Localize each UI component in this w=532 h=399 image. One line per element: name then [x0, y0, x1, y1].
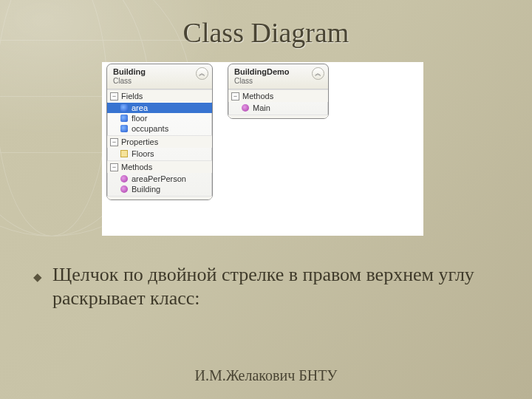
method-icon [120, 185, 128, 193]
section-label: Fields [121, 92, 143, 100]
field-item-area[interactable]: area [107, 103, 212, 113]
classbox-header[interactable]: BuildingDemo Class ︽ [228, 64, 328, 89]
property-icon [120, 150, 128, 157]
classbox-header[interactable]: Building Class ︽ [107, 64, 212, 89]
section-header[interactable]: − Fields [107, 90, 212, 102]
field-item-occupants[interactable]: occupants [107, 123, 212, 134]
field-label: area [132, 103, 148, 112]
slide-title: Class Diagram [0, 0, 532, 49]
section-header[interactable]: − Methods [107, 161, 212, 173]
method-item-main[interactable]: Main [228, 103, 328, 113]
class-kind: Class [113, 77, 208, 85]
field-label: occupants [132, 124, 168, 133]
class-name: BuildingDemo [234, 67, 324, 76]
class-diagram-canvas: Building Class ︽ − Fields area floor [102, 62, 423, 236]
classbox-building[interactable]: Building Class ︽ − Fields area floor [106, 64, 213, 200]
section-fields: − Fields area floor occupants [107, 89, 212, 135]
method-icon [242, 104, 249, 112]
class-name: Building [113, 67, 208, 76]
section-methods: − Methods areaPerPerson Building [107, 160, 212, 196]
bullet-text: Щелчок по двойной стрелке в правом верхн… [52, 263, 488, 310]
field-icon [120, 125, 128, 132]
section-header[interactable]: − Methods [228, 90, 328, 102]
minus-toggle-icon[interactable]: − [110, 92, 118, 100]
section-properties: − Properties Floors [107, 135, 212, 160]
slide-footer: И.М.Желакович БНТУ [0, 367, 532, 384]
section-label: Methods [242, 92, 273, 100]
method-label: Building [132, 185, 160, 194]
bullet-icon: ◆ [33, 263, 42, 310]
bullet-list: ◆ Щелчок по двойной стрелке в правом вер… [33, 263, 488, 310]
method-label: areaPerPerson [132, 174, 186, 183]
field-label: floor [132, 114, 147, 123]
field-icon [120, 115, 128, 122]
property-item-floors[interactable]: Floors [107, 149, 212, 159]
method-label: Main [253, 103, 270, 112]
classbox-buildingdemo[interactable]: BuildingDemo Class ︽ − Methods Main [228, 64, 329, 119]
section-methods: − Methods Main [228, 89, 328, 115]
field-icon [120, 104, 128, 112]
minus-toggle-icon[interactable]: − [110, 138, 118, 146]
section-header[interactable]: − Properties [107, 136, 212, 148]
section-label: Properties [121, 137, 158, 146]
section-label: Methods [121, 163, 152, 171]
collapse-chevron-icon[interactable]: ︽ [196, 67, 208, 80]
minus-toggle-icon[interactable]: − [231, 92, 239, 100]
method-icon [120, 175, 128, 183]
field-item-floor[interactable]: floor [107, 113, 212, 123]
collapse-chevron-icon[interactable]: ︽ [312, 67, 324, 80]
method-item-building[interactable]: Building [107, 184, 212, 194]
method-item-areaperperson[interactable]: areaPerPerson [107, 174, 212, 184]
class-kind: Class [234, 77, 324, 85]
property-label: Floors [132, 149, 154, 158]
minus-toggle-icon[interactable]: − [110, 163, 118, 171]
